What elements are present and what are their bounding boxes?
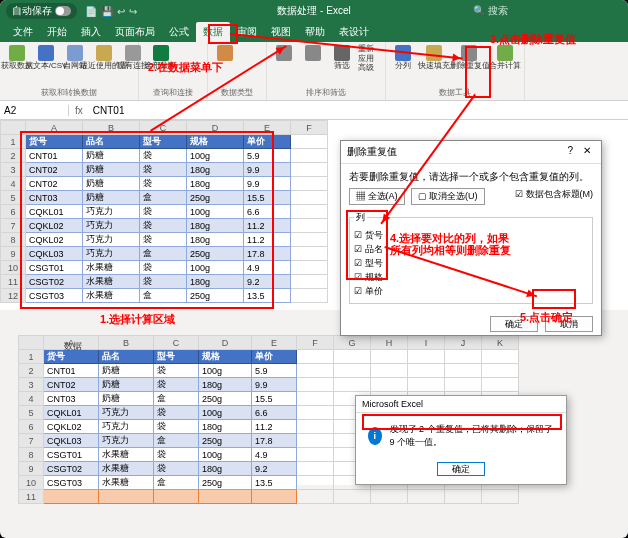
- col-checkbox[interactable]: ☑ 单价: [354, 285, 588, 298]
- recent-sources-button[interactable]: 最近使用的源: [91, 44, 117, 71]
- formula-bar: A2 fx CNT01: [0, 101, 628, 120]
- name-box[interactable]: A2: [0, 105, 69, 116]
- lower-label: 数据: [64, 340, 82, 353]
- msgbox-title: Microsoft Excel: [356, 396, 566, 413]
- toggle-switch-icon: [55, 6, 71, 16]
- from-csv-button[interactable]: 从文本/CSV: [33, 44, 59, 71]
- tab-layout[interactable]: 页面布局: [108, 22, 162, 42]
- col-checkbox[interactable]: ☑ 型号: [354, 257, 588, 270]
- ann-text-2: 2.在数据菜单下: [148, 60, 223, 75]
- msgbox-ok-button[interactable]: 确定: [437, 462, 485, 476]
- help-icon[interactable]: ?: [567, 145, 573, 156]
- info-icon: i: [368, 427, 382, 445]
- col-checkbox[interactable]: ☑ 规格: [354, 271, 588, 284]
- autosave-label: 自动保存: [12, 4, 52, 18]
- tab-insert[interactable]: 插入: [74, 22, 108, 42]
- sort-desc-button[interactable]: [300, 44, 326, 63]
- ann-text-4: 4.选择要对比的列，如果所有列均相等则删除重复: [390, 232, 511, 256]
- dialog-desc: 若要删除重复值，请选择一个或多个包含重复值的列。: [349, 170, 593, 184]
- tab-design[interactable]: 表设计: [332, 22, 376, 42]
- title-bar: 自动保存 📄💾↩↪ 数据处理 - Excel 🔍 搜索: [0, 0, 628, 22]
- tab-data[interactable]: 数据: [196, 22, 230, 42]
- columns-fieldset: 列 ☑ 货号☑ 品名☑ 型号☑ 规格☑ 单价: [349, 211, 593, 304]
- dialog-title: 删除重复值: [347, 145, 397, 159]
- search-box[interactable]: 🔍 搜索: [473, 4, 508, 18]
- tab-review[interactable]: 审阅: [230, 22, 264, 42]
- formula-value[interactable]: CNT01: [89, 105, 129, 116]
- group-get-data: 获取数据 从文本/CSV 自网站 最近使用的源 现有连接 获取和转换数据: [0, 42, 139, 100]
- autosave-toggle[interactable]: 自动保存: [6, 3, 77, 19]
- grid-upper[interactable]: ABCDEF 1货号品名型号规格单价2CNT01奶糖袋100g5.93CNT02…: [0, 120, 328, 303]
- consolidate-button[interactable]: 合并计算: [490, 44, 520, 71]
- ann-text-5: 5.点击确定: [520, 310, 573, 325]
- message-box: Microsoft Excel i发现了 2 个重复值，已将其删除；保留了 9 …: [355, 395, 567, 485]
- unselect-all-button[interactable]: ▢ 取消全选(U): [411, 188, 485, 205]
- ann-text-1: 1.选择计算区域: [100, 312, 175, 327]
- tab-help[interactable]: 帮助: [298, 22, 332, 42]
- fx-icon[interactable]: fx: [69, 105, 89, 116]
- quick-access-icons: 📄💾↩↪: [85, 6, 141, 17]
- document-title: 数据处理 - Excel: [277, 4, 350, 18]
- ann-text-3: 3.点击删除重复值: [490, 32, 576, 47]
- filter-button[interactable]: 筛选: [329, 44, 355, 71]
- text-to-columns-button[interactable]: 分列: [390, 44, 416, 71]
- has-header-checkbox[interactable]: ☑ 数据包含标题(M): [515, 188, 593, 205]
- close-icon[interactable]: ✕: [579, 145, 595, 156]
- advanced-button[interactable]: 高级: [358, 63, 381, 73]
- tab-home[interactable]: 开始: [40, 22, 74, 42]
- tab-file[interactable]: 文件: [6, 22, 40, 42]
- tab-formula[interactable]: 公式: [162, 22, 196, 42]
- ribbon: 获取数据 从文本/CSV 自网站 最近使用的源 现有连接 获取和转换数据 全部刷…: [0, 42, 628, 101]
- msgbox-text: 发现了 2 个重复值，已将其删除；保留了 9 个唯一值。: [390, 423, 554, 449]
